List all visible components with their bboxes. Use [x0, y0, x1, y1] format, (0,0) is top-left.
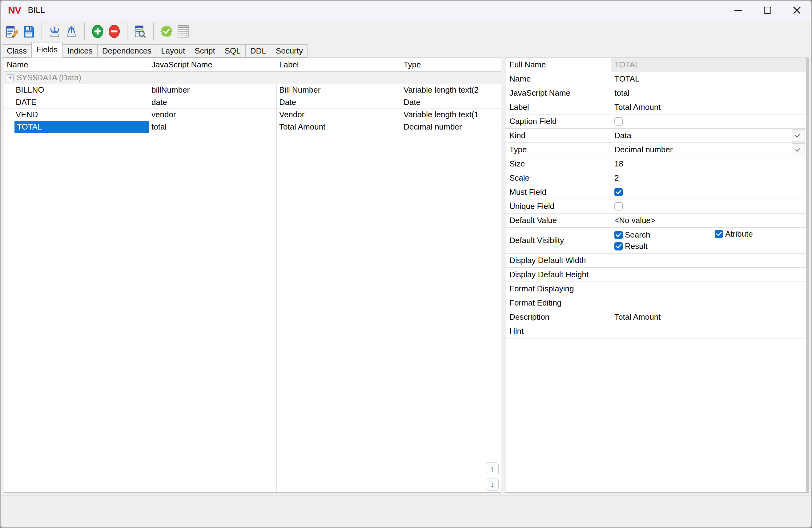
- property-label: Full Name: [505, 58, 611, 72]
- property-label: Caption Field: [505, 115, 611, 128]
- cell-name[interactable]: BILLNO: [4, 84, 149, 96]
- tab-securty[interactable]: Securty: [271, 44, 308, 58]
- must-field-checkbox[interactable]: [614, 188, 623, 196]
- property-value-input[interactable]: 2: [611, 171, 809, 185]
- table-row-billno[interactable]: BILLNO billNumber Bill Number Variable l…: [4, 84, 501, 96]
- property-value-input[interactable]: Total Amount: [611, 100, 809, 114]
- tab-script[interactable]: Script: [190, 44, 220, 58]
- property-row-display-default-width: Display Default Width: [505, 253, 809, 268]
- cell-label[interactable]: Bill Number: [276, 84, 401, 96]
- toolbar-separator: [127, 23, 128, 40]
- property-label: Format Editing: [505, 296, 611, 310]
- property-value-input[interactable]: total: [611, 86, 809, 100]
- move-up-button[interactable]: ↑: [486, 463, 499, 475]
- cell-js-name[interactable]: total: [149, 121, 276, 133]
- import-button[interactable]: [46, 23, 63, 40]
- property-row-display-default-height: Display Default Height: [505, 268, 809, 282]
- table-row-total-selected[interactable]: TOTAL total Total Amount Decimal number: [4, 121, 501, 133]
- cell-name[interactable]: DATE: [4, 96, 149, 108]
- vertical-scrollbar[interactable]: [806, 58, 809, 492]
- cell-label[interactable]: Total Amount: [276, 121, 401, 133]
- cell-label[interactable]: Vendor: [276, 108, 401, 121]
- property-row-must-field: Must Field: [505, 185, 809, 200]
- property-row-caption-field: Caption Field: [505, 115, 809, 129]
- property-label: Label: [505, 100, 611, 114]
- maximize-button[interactable]: [753, 1, 782, 20]
- result-checkbox[interactable]: [614, 242, 623, 250]
- save-icon: [21, 24, 36, 39]
- property-value-input[interactable]: 18: [611, 157, 809, 171]
- property-value-input[interactable]: [611, 268, 809, 281]
- cell-js-name[interactable]: vendor: [149, 108, 276, 121]
- tab-sql[interactable]: SQL: [220, 44, 246, 58]
- tab-class[interactable]: Class: [2, 44, 32, 58]
- selected-row-highlight[interactable]: TOTAL: [14, 121, 149, 133]
- cell-name[interactable]: VEND: [4, 108, 149, 121]
- app-window: NV BILL: [0, 0, 812, 528]
- minimize-button[interactable]: [724, 1, 753, 20]
- column-header-label[interactable]: Label: [276, 58, 401, 71]
- cell-name[interactable]: TOTAL: [4, 121, 149, 133]
- type-select[interactable]: Decimal number: [611, 143, 809, 157]
- property-label: Hint: [505, 324, 611, 338]
- cell-js-name[interactable]: billNumber: [149, 84, 276, 96]
- cell-type[interactable]: Date: [401, 96, 486, 108]
- find-button[interactable]: [132, 23, 149, 40]
- edit-button[interactable]: [4, 23, 20, 40]
- column-header-js-name[interactable]: JavaScript Name: [149, 58, 276, 71]
- property-label: JavaScript Name: [505, 86, 611, 100]
- tab-layout[interactable]: Layout: [156, 44, 190, 58]
- column-header-name[interactable]: Name: [4, 58, 149, 71]
- expand-plus-icon[interactable]: +: [7, 74, 14, 81]
- unique-field-checkbox[interactable]: [614, 202, 623, 210]
- tab-dependences[interactable]: Dependences: [97, 44, 156, 58]
- column-header-extra: [486, 58, 501, 71]
- grid-view-button[interactable]: [175, 23, 191, 40]
- caption-field-checkbox[interactable]: [614, 117, 623, 126]
- property-label: Scale: [505, 171, 611, 185]
- property-label: Default Visiblity: [505, 228, 611, 253]
- cell-type[interactable]: Variable length text(2: [401, 84, 486, 96]
- property-row-default-visiblity: Default Visiblity Search Atribute Re: [505, 228, 809, 253]
- property-value-input[interactable]: [611, 282, 809, 296]
- property-label: Format Displaying: [505, 282, 611, 296]
- tab-indices[interactable]: Indices: [62, 44, 97, 58]
- property-value-input[interactable]: [611, 296, 809, 310]
- property-value-input[interactable]: [611, 253, 809, 267]
- tab-ddl[interactable]: DDL: [245, 44, 271, 58]
- cell-type[interactable]: Decimal number: [401, 121, 486, 133]
- toolbar-separator: [42, 23, 42, 40]
- search-checkbox[interactable]: [614, 231, 623, 239]
- group-row-sysdata[interactable]: + SYS$DATA (Data): [4, 72, 501, 84]
- add-button[interactable]: [89, 23, 106, 40]
- cell-type[interactable]: Variable length text(1: [401, 108, 486, 121]
- cell-label[interactable]: Date: [276, 96, 401, 108]
- remove-button[interactable]: [106, 23, 122, 40]
- property-label: Unique Field: [505, 200, 611, 213]
- titlebar: NV BILL: [1, 1, 811, 20]
- atribute-checkbox[interactable]: [715, 230, 723, 238]
- import-icon: [48, 24, 62, 39]
- kind-select[interactable]: Data: [611, 129, 809, 143]
- table-row-date[interactable]: DATE date Date Date: [4, 96, 501, 108]
- close-button[interactable]: [782, 1, 811, 20]
- property-row-size: Size 18: [505, 157, 809, 171]
- property-row-label: Label Total Amount: [505, 100, 809, 115]
- column-header-type[interactable]: Type: [401, 58, 486, 71]
- move-down-button[interactable]: ↓: [486, 478, 499, 491]
- table-row-vend[interactable]: VEND vendor Vendor Variable length text(…: [4, 108, 501, 121]
- export-button[interactable]: [63, 23, 80, 40]
- property-value-input[interactable]: TOTAL: [611, 72, 809, 86]
- kind-dropdown-button[interactable]: [792, 129, 805, 142]
- property-value-input[interactable]: <No value>: [611, 214, 809, 228]
- tab-fields[interactable]: Fields: [31, 42, 62, 58]
- save-button[interactable]: [20, 23, 37, 40]
- type-dropdown-button[interactable]: [792, 143, 805, 156]
- cell-js-name[interactable]: date: [149, 96, 276, 108]
- property-value-input[interactable]: [611, 324, 809, 338]
- property-row-default-value: Default Value <No value>: [505, 214, 809, 228]
- property-label: Size: [505, 157, 611, 171]
- chevron-down-icon: [795, 132, 801, 138]
- validate-button[interactable]: [158, 23, 175, 40]
- property-value-input[interactable]: Total Amount: [611, 310, 809, 324]
